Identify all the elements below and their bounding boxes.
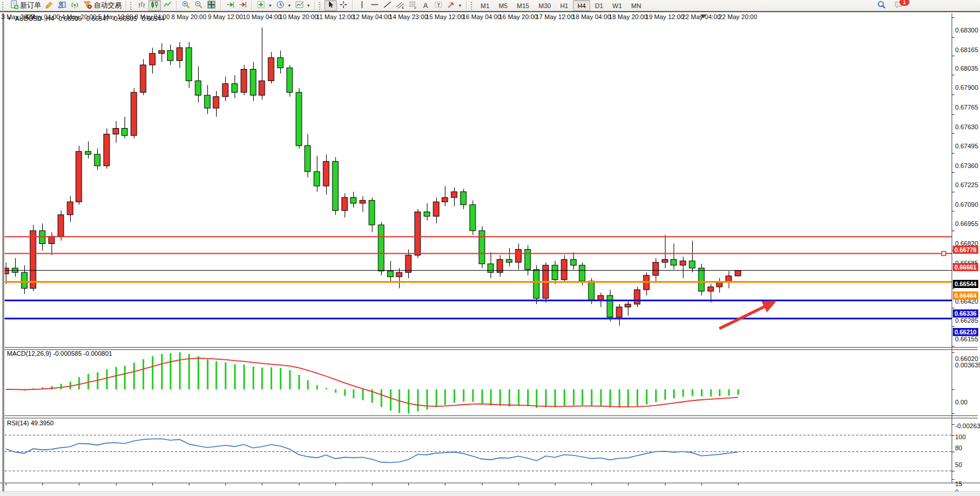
price-tick-label: 0.67495	[955, 143, 978, 149]
macd-tick-label: -0.00263	[955, 422, 980, 429]
mt4-window: 新订单 自动交易	[0, 0, 980, 496]
hline-price-label: 0.66661	[953, 263, 978, 271]
hline-price-label: 0.66210	[953, 328, 978, 336]
hline-price-label: 0.66778	[953, 246, 978, 254]
price-tick-label: 0.67765	[955, 104, 978, 111]
price-tick-label: 0.67630	[955, 123, 978, 130]
trend-arrow-annotation	[719, 301, 777, 329]
price-tick-label: 0.67360	[955, 162, 978, 169]
hline-price-label: 0.66464	[953, 291, 978, 300]
price-tick-label: 0.68165	[955, 46, 978, 53]
rsi-level-label: 15	[955, 480, 962, 487]
macd-histogram	[6, 352, 738, 414]
chart-svg	[0, 0, 980, 496]
candles	[3, 27, 741, 326]
price-tick-label: 0.67090	[955, 201, 978, 208]
macd-tick-label: 0.003635	[955, 362, 980, 369]
hline-selection-handle	[942, 251, 946, 256]
chart-canvas[interactable]: ▼ AUDUSD-,H4 0.66506 0.66547 0.66505 0.6…	[0, 13, 980, 496]
price-tick-label: 0.66955	[955, 220, 978, 227]
price-tick-label: 0.68035	[955, 65, 978, 72]
macd-tick-label: 0.00	[955, 399, 967, 406]
rsi-indicator-label: RSI(14) 49.3950	[7, 420, 54, 426]
price-tick-label: 0.67225	[955, 181, 978, 188]
rsi-level-label: 100	[955, 433, 966, 440]
macd-indicator-label: MACD(12,26,9) -0.000585 -0.000801	[7, 350, 112, 357]
rsi-line	[6, 439, 738, 462]
rsi-level-label: 80	[955, 444, 962, 451]
price-tick-label: 0.66155	[955, 335, 978, 342]
price-tick-label: 0.67900	[955, 84, 978, 91]
status-strip	[0, 491, 980, 496]
hline-price-label: 0.66336	[953, 309, 978, 318]
price-tick-label: 0.68300	[955, 27, 978, 34]
hline-price-label: 0.66544	[953, 280, 978, 288]
price-tick-label: 0.66285	[955, 317, 978, 324]
rsi-level-label: 50	[955, 461, 962, 468]
time-tick-label: 22 May 20:00	[715, 13, 761, 20]
window-left-border	[2, 13, 5, 491]
